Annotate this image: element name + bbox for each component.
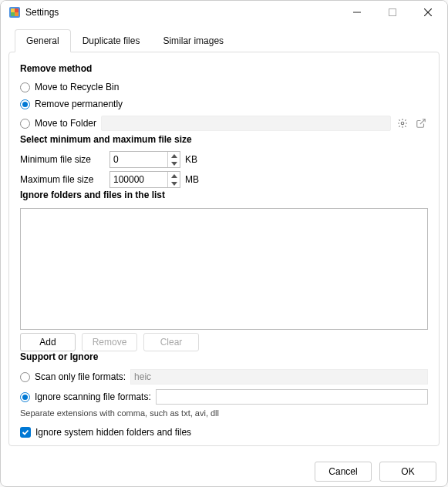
min-size-unit: KB [185,154,197,165]
scan-only-formats-input[interactable]: heic [130,369,428,385]
tablist: General Duplicate files Similar images [15,29,440,52]
window-title: Settings [25,7,59,18]
radio-icon [20,372,30,382]
svg-rect-1 [11,8,15,12]
dialog-footer: Cancel OK [1,454,447,487]
min-size-label: Minimum file size [20,154,105,165]
spinner-up-icon[interactable] [168,152,180,160]
ignore-formats-input[interactable] [156,389,428,405]
svg-marker-14 [171,182,177,186]
cancel-button[interactable]: Cancel [315,462,372,482]
svg-line-10 [420,119,425,124]
close-button[interactable] [410,1,446,24]
ignore-listbox[interactable] [20,208,428,330]
svg-rect-4 [15,12,19,16]
ok-button[interactable]: OK [379,462,436,482]
spinner-down-icon[interactable] [168,180,180,187]
spinner-down-icon[interactable] [168,160,180,167]
gear-icon[interactable] [396,116,409,130]
radio-icon [20,392,30,402]
open-external-icon[interactable] [414,116,428,130]
min-size-spinner[interactable] [109,151,180,168]
app-icon [8,6,21,18]
tab-general[interactable]: General [15,29,71,52]
clear-button[interactable]: Clear [143,333,199,351]
spinner-up-icon[interactable] [168,172,180,180]
move-to-folder-path-input[interactable] [101,116,391,131]
svg-point-9 [401,122,404,125]
add-button[interactable]: Add [20,333,76,351]
tab-duplicate-files[interactable]: Duplicate files [71,29,152,52]
max-size-unit: MB [185,174,199,185]
radio-ignore-formats[interactable]: Ignore scanning file formats: [20,391,151,402]
support-ignore-heading: Support or Ignore [20,351,428,362]
minimize-button[interactable] [339,1,375,24]
svg-rect-6 [389,9,396,16]
file-size-heading: Select minimum and maximum file size [20,134,428,145]
svg-marker-12 [171,162,177,166]
content-area: General Duplicate files Similar images R… [1,24,447,454]
radio-label: Move to Recycle Bin [35,82,119,92]
radio-icon [20,119,30,129]
checkbox-label: Ignore system hidden folders and files [35,427,191,438]
maximize-button[interactable] [375,1,410,24]
radio-label: Scan only file formats: [35,371,126,382]
remove-button[interactable]: Remove [82,333,137,351]
remove-method-heading: Remove method [20,63,428,74]
radio-recycle-bin[interactable]: Move to Recycle Bin [20,79,428,96]
svg-marker-13 [171,174,177,178]
radio-label: Ignore scanning file formats: [35,391,151,402]
min-size-input[interactable] [110,152,167,167]
svg-rect-3 [11,12,15,16]
ignore-list-heading: Ignore folders and files in the list [20,190,428,200]
radio-label: Remove permanently [35,99,123,109]
checkbox-checked-icon [20,427,31,438]
radio-label: Move to Folder [35,118,96,129]
svg-marker-11 [171,154,177,158]
titlebar: Settings [1,1,447,24]
ignore-hidden-checkbox-row[interactable]: Ignore system hidden folders and files [20,427,428,438]
radio-scan-only-formats[interactable]: Scan only file formats: [20,371,126,382]
radio-move-to-folder[interactable]: Move to Folder [20,118,96,129]
radio-icon [20,99,30,109]
settings-window: Settings General Duplicate files Similar… [0,0,448,487]
radio-remove-permanently[interactable]: Remove permanently [20,96,428,113]
extension-hint: Separate extensions with comma, such as … [20,408,428,418]
max-size-input[interactable] [110,172,167,187]
radio-icon [20,82,30,92]
tab-panel-general: Remove method Move to Recycle Bin Remove… [8,52,440,446]
tab-similar-images[interactable]: Similar images [151,29,235,52]
max-size-label: Maximum file size [20,174,105,185]
max-size-spinner[interactable] [109,171,180,188]
svg-rect-2 [15,8,19,12]
